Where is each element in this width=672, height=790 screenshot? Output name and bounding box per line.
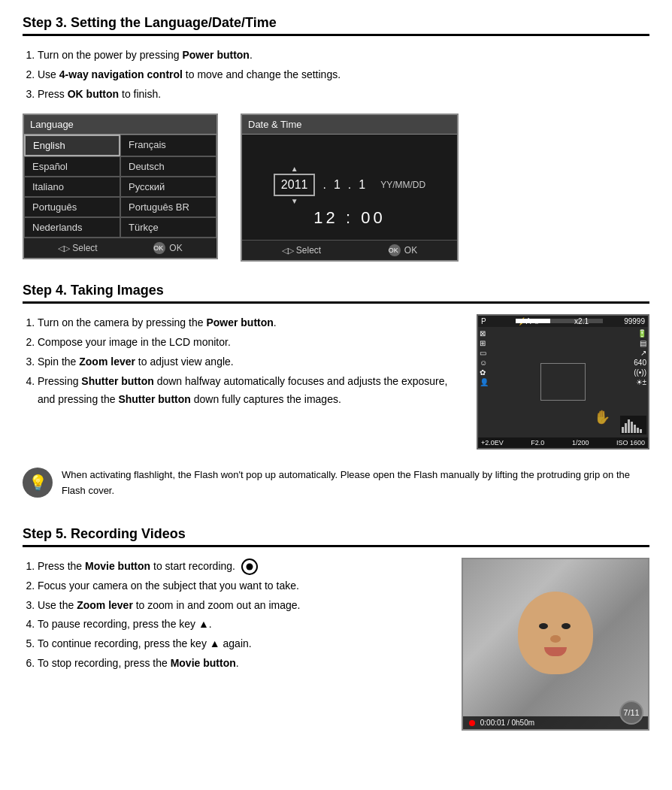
- language-screen-footer: ◁▷ Select OK OK: [24, 238, 216, 258]
- step4-instr-3: Spin the Zoom lever to adjust view angle…: [38, 353, 462, 371]
- vf-card-icon: ▤: [634, 339, 646, 347]
- step4-bold-3: Zoom lever: [79, 356, 135, 368]
- vf-histogram: [620, 416, 646, 434]
- vf-ev: +2.0EV: [481, 439, 504, 446]
- datetime-time: 12 : 00: [313, 208, 385, 228]
- vf-iso: ISO 1600: [616, 439, 645, 446]
- vf-iso-icon: 640: [634, 359, 646, 367]
- lang-russian: Русский: [120, 177, 216, 197]
- ok-icon-dt: OK: [389, 244, 401, 256]
- date-sep1: .: [322, 178, 325, 192]
- step3-section: Step 3. Setting the Language/Date/Time T…: [23, 15, 649, 262]
- year-arrow-down: ▼: [291, 197, 298, 205]
- step3-bold-2: 4-way navigation control: [59, 68, 183, 80]
- ok-icon-lang: OK: [153, 242, 165, 254]
- date-sep2: .: [348, 178, 351, 192]
- lang-nederlands: Nederlands: [24, 217, 120, 238]
- step4-instr-4: Pressing Shutter button down halfway aut…: [38, 373, 462, 409]
- step5-instr-4: To pause recording, press the key ▲.: [38, 616, 446, 634]
- step5-bold-3: Zoom lever: [77, 599, 133, 611]
- lang-espanol: Español: [24, 156, 120, 177]
- step4-bold-1: Power button: [206, 316, 273, 328]
- video-photo-inner: [463, 559, 648, 729]
- vf-person-icon: 👤: [480, 378, 489, 386]
- year-box: ▲ 2011 ▼: [274, 174, 316, 196]
- lang-footer-nav: ◁▷ Select: [58, 242, 97, 254]
- vf-hand-icon: ✋: [594, 409, 610, 425]
- year-arrow-up: ▲: [291, 165, 298, 173]
- datetime-screen-footer: ◁▷ Select OK OK: [242, 240, 457, 260]
- movie-button-icon: [241, 558, 258, 575]
- baby-eye-right: [562, 623, 571, 629]
- baby-face: [510, 588, 601, 701]
- step4-instr-2: Compose your image in the LCD monitor.: [38, 334, 462, 352]
- vf-icons-left: ⊠ ⊞ ▭ ☺ ✿ 👤: [480, 329, 489, 386]
- dt-footer-nav: ◁▷ Select: [282, 244, 321, 256]
- vf-top-bar: P ⚡A ☺ x2.1 99999: [478, 316, 648, 327]
- vf-focus-box: [540, 363, 586, 401]
- date-format: YY/MM/DD: [380, 180, 425, 190]
- step3-instruction-2: Use 4-way navigation control to move and…: [38, 66, 649, 84]
- lang-english: English: [24, 135, 120, 156]
- dt-footer-ok: OK OK: [389, 244, 417, 256]
- step4-bold-4b: Shutter button: [118, 393, 190, 405]
- vf-zoom-bar: [516, 319, 603, 323]
- baby-head: [518, 592, 593, 674]
- step3-image-row: Language English Français Español Deutsc…: [23, 114, 649, 262]
- step4-title: Step 4. Taking Images: [23, 283, 649, 304]
- nav-icon-lang: ◁▷: [58, 244, 70, 253]
- baby-nose: [550, 635, 561, 643]
- lang-italiano: Italiano: [24, 177, 120, 197]
- baby-eye-left: [539, 623, 548, 629]
- step3-instructions: Turn on the power by pressing Power butt…: [38, 47, 649, 103]
- lang-turkce: Türkçe: [120, 217, 216, 238]
- rec-time: 0:00:01 / 0h50m: [480, 719, 534, 727]
- step5-instr-5: To continue recording, press the key ▲ a…: [38, 635, 446, 653]
- vf-aperture: F2.0: [531, 439, 544, 446]
- step4-instructions: Turn on the camera by pressing the Power…: [38, 314, 462, 408]
- vf-mode: P: [481, 317, 486, 325]
- svg-rect-1: [625, 423, 627, 433]
- language-screen-header: Language: [24, 115, 216, 135]
- vf-frame-icon: ▭: [480, 349, 489, 357]
- vf-arrow-icon: ↗: [634, 349, 646, 357]
- vf-stab-icon: ((•)): [634, 368, 646, 377]
- vf-wb-icon: ☀±: [634, 378, 646, 386]
- vf-shots: 99999: [624, 317, 645, 325]
- page-indicator: 7/11: [619, 701, 643, 725]
- step4-section: Step 4. Taking Images Turn on the camera…: [23, 283, 649, 505]
- svg-rect-6: [640, 429, 642, 433]
- step4-content: Turn on the camera by pressing the Power…: [23, 314, 649, 449]
- baby-mouth: [544, 647, 567, 656]
- vf-bottom-bar: +2.0EV F2.0 1/200 ISO 1600: [478, 437, 648, 448]
- svg-rect-3: [631, 422, 633, 433]
- lang-portugues: Português: [24, 197, 120, 217]
- note-text: When activating flashlight, the Flash wo…: [62, 468, 649, 499]
- rec-indicator: 0:00:01 / 0h50m: [469, 719, 534, 727]
- step4-instr-1: Turn on the camera by pressing the Power…: [38, 314, 462, 332]
- vf-face-icon: ☺: [480, 359, 489, 367]
- step4-note-box: 💡 When activating flashlight, the Flash …: [23, 462, 649, 505]
- step3-instruction-1: Turn on the power by pressing Power butt…: [38, 47, 649, 65]
- lang-portugues-br: Português BR: [120, 197, 216, 217]
- lang-deutsch: Deutsch: [120, 156, 216, 177]
- note-icon: 💡: [23, 468, 53, 498]
- step4-text: Turn on the camera by pressing the Power…: [23, 314, 462, 419]
- vf-grid-icon: ⊞: [480, 339, 489, 347]
- vf-af-icon: ⊠: [480, 329, 489, 337]
- svg-rect-2: [628, 419, 630, 433]
- lang-francais: Français: [120, 135, 216, 156]
- step5-instr-6: To stop recording, press the Movie butto…: [38, 655, 446, 673]
- rec-dot: [469, 720, 475, 726]
- step4-bold-4a: Shutter button: [81, 375, 153, 387]
- vf-battery-icon: 🔋: [634, 329, 646, 337]
- video-photo-frame: 0:00:01 / 0h50m 7/11: [462, 558, 649, 731]
- step5-title: Step 5. Recording Videos: [23, 526, 649, 547]
- step5-bold-6: Movie button: [171, 657, 236, 669]
- datetime-screen: Date & Time ▲ 2011 ▼ . 1 . 1 YY/MM/DD 12…: [241, 114, 459, 262]
- datetime-date-row: ▲ 2011 ▼ . 1 . 1 YY/MM/DD: [274, 174, 425, 196]
- step3-title: Step 3. Setting the Language/Date/Time: [23, 15, 649, 36]
- datetime-body: ▲ 2011 ▼ . 1 . 1 YY/MM/DD 12 : 00: [242, 135, 457, 240]
- step3-bold-1: Power button: [182, 49, 249, 61]
- vf-flower-icon: ✿: [480, 368, 489, 377]
